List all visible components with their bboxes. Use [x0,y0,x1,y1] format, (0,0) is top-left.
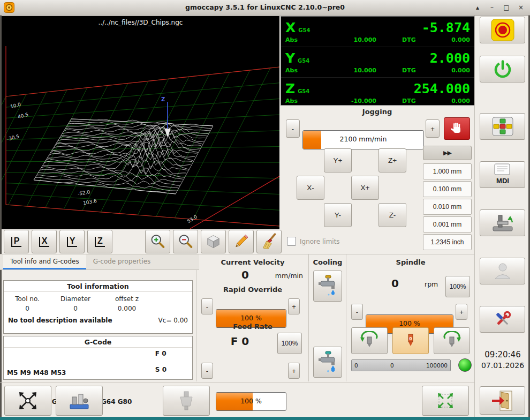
tool-information-title: Tool information [4,281,192,292]
view-p-button[interactable]: P [4,230,29,253]
jog-increment-button-5[interactable]: 1.2345 inch [423,234,472,250]
mist-coolant-button[interactable] [313,271,342,302]
edit-gcode-button[interactable] [229,230,254,253]
tool-information-box: Tool information Tool no. Diameter offse… [3,280,193,334]
toggle-dimensions-button[interactable] [201,230,226,253]
jog-pad-icon [491,116,514,137]
tools-icon [492,309,513,330]
dro-position-value: 2.000 [430,51,470,65]
close-button[interactable]: × [517,4,525,11]
feed-plus-button[interactable]: + [288,363,300,379]
jog-x-minus-button[interactable]: X- [297,176,324,200]
virtual-keyboard-button[interactable] [480,113,525,140]
jog-y-minus-button[interactable]: Y- [324,203,352,227]
feed-minus-button[interactable]: - [201,363,213,379]
jog-z-plus-button[interactable]: Z+ [378,148,406,172]
spindle-title: Spindle [347,254,474,266]
view-x-button[interactable]: X [32,230,57,253]
view-z-button[interactable]: Z [87,230,112,253]
ignore-limits-checkbox[interactable] [287,237,296,246]
cooling-title: Cooling [309,254,346,266]
jog-increment-button-3[interactable]: 0.010 mm [423,199,472,215]
view-y-button[interactable]: Y [59,230,85,253]
turtle-jog-button[interactable] [444,117,470,140]
jog-increment-button-2[interactable]: 0.100 mm [423,181,472,197]
minimize-button[interactable]: – [488,4,496,11]
cooling-panel: Cooling [309,254,346,381]
spindle-cw-button[interactable] [434,327,470,354]
workpiece-cube-icon [205,231,222,252]
zoom-in-button[interactable] [145,230,170,253]
flood-coolant-button[interactable] [313,347,342,378]
rapid-jog-button[interactable]: ▶▶ [423,146,472,160]
dro-abs-label: Abs [285,36,308,43]
preview-3d-canvas[interactable] [2,16,279,229]
settings-button[interactable] [480,306,525,333]
dro-axis-z[interactable]: Z G54 254.000 Abs -10.000 DTG 0.000 [281,78,474,108]
exit-button[interactable] [480,386,525,415]
tool-offset-z-value: 0.000 [100,305,154,312]
spindle-override-reset-button[interactable]: 100% [445,276,470,297]
tool-chuck-icon [175,390,198,411]
spindle-panel: Spindle 0 rpm 100% - 100 % + 0 [347,254,474,381]
power-icon [492,58,513,80]
tab-tool-info[interactable]: Tool info and G-codes [3,254,86,269]
dro-dtg-label: DTG [402,67,423,74]
mdi-icon: MDI [489,163,516,186]
maximize-button[interactable]: □ [503,4,510,11]
active-gcodes-box: G-Code M5 M9 M48 M53 G8 G17 G21 G40 G49 … [3,336,193,380]
spindle-stop-button[interactable]: 0 [392,327,429,354]
rapid-plus-button[interactable]: + [288,298,300,314]
rapid-minus-button[interactable]: - [201,298,213,314]
ignore-limits-label: Ignore limits [300,238,340,245]
jog-speed-minus-button[interactable]: - [286,119,300,138]
jog-speed-value: 2100 mm/min [303,131,423,148]
mdi-button[interactable]: MDI [480,161,525,188]
tool-number-value: 0 [4,305,51,312]
fullscreen-icon [434,391,457,411]
spindle-ccw-button[interactable] [351,327,388,354]
user-mode-button[interactable] [480,258,525,284]
spindle-cw-icon [441,331,463,350]
tool-measurement-button[interactable] [56,386,103,416]
jog-z-minus-button[interactable]: Z- [378,203,406,227]
spindle-rpm-bar: 0 0 100000 [351,359,451,371]
dro-position-value: -5.874 [422,21,470,34]
mdi-label: MDI [496,177,509,185]
machine-on-button[interactable] [480,56,525,82]
dro-axis-y[interactable]: Y G54 2.000 Abs 10.000 DTG 0.000 [281,47,474,78]
jog-increment-button-4[interactable]: 0.001 mm [423,216,472,232]
clear-plot-button[interactable] [256,230,282,253]
machine-setup-button[interactable] [480,209,525,236]
dro-abs-label: Abs [285,98,308,104]
spindle-plus-button[interactable]: + [456,304,467,320]
shade-button[interactable]: ▴ [474,4,481,11]
feed-reset-button[interactable]: 100% [277,333,302,354]
dro-axis-x[interactable]: X G54 -5.874 Abs 10.000 DTG 0.000 [281,17,474,47]
spindle-unit: rpm [425,280,438,288]
jog-speed-plus-button[interactable]: + [426,119,440,138]
tab-gcode-properties[interactable]: G-code properties [86,254,158,269]
fullscreen-button[interactable] [422,386,469,416]
jog-increment-button-1[interactable]: 1.000 mm [423,163,472,179]
dro-axis-letter: Z [285,82,295,95]
clock-time: 09:20:46 [475,350,530,359]
zoom-out-button[interactable] [173,230,198,253]
jog-x-plus-button[interactable]: X+ [351,176,379,200]
spindle-minus-button[interactable]: - [351,304,363,320]
view-y-label: Y [67,237,78,247]
estop-button[interactable] [480,17,525,43]
tool-col-header: Tool no. [4,295,51,303]
titlebar[interactable]: gmoccapy 3.5.1 for LinuxCNC 2.10.0~pre0 … [0,0,530,16]
touch-off-button[interactable] [4,386,51,416]
spindle-tool-button[interactable] [163,386,210,416]
zoom-out-icon [177,232,194,251]
zoom-in-icon [149,232,166,251]
jog-speed-slider[interactable]: 2100 mm/min [302,130,424,149]
hand-icon [450,122,464,136]
dro-coord-system: G54 [298,58,309,64]
dro-axis-letter: Y [285,51,295,65]
dro-dtg-label: DTG [402,98,423,104]
jog-y-plus-button[interactable]: Y+ [324,148,352,172]
view-p-label: P [11,237,22,247]
